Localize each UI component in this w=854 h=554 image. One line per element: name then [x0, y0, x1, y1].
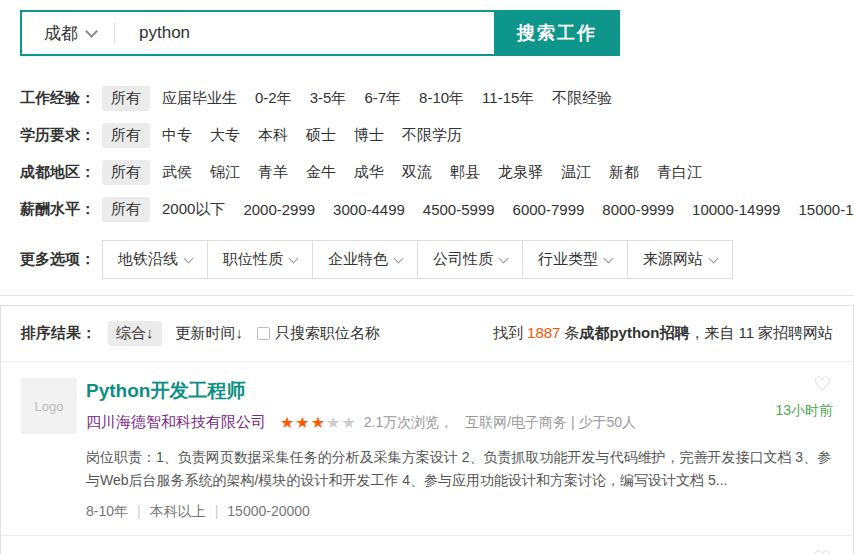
filter-option[interactable]: 青白江 — [657, 163, 702, 182]
dropdown-job-type[interactable]: 职位性质 — [207, 241, 312, 278]
filter-option[interactable]: 武侯 — [162, 163, 192, 182]
stars-empty: ★★ — [326, 414, 357, 431]
filter-option[interactable]: 大专 — [210, 126, 240, 145]
filter-option[interactable]: 成华 — [354, 163, 384, 182]
filter-option[interactable]: 3000-4499 — [333, 201, 405, 218]
filter-option[interactable]: 温江 — [561, 163, 591, 182]
city-select-dropdown[interactable]: 成都 — [22, 12, 114, 54]
filter-option[interactable]: 8000-9999 — [602, 201, 674, 218]
more-options-row: 更多选项： 地铁沿线 职位性质 企业特色 公司性质 行业类型 来源网站 — [20, 240, 854, 279]
city-select-value: 成都 — [44, 22, 78, 45]
filter-option[interactable]: 郫县 — [450, 163, 480, 182]
filter-option[interactable]: 2000以下 — [162, 200, 225, 219]
chevron-down-icon — [289, 253, 299, 263]
filter-option[interactable]: 6-7年 — [364, 89, 401, 108]
filter-option[interactable]: 0-2年 — [255, 89, 292, 108]
filter-option[interactable]: 青羊 — [258, 163, 288, 182]
result-keyword: 成都python招聘 — [579, 324, 689, 341]
requirement-education: 本科以上 — [128, 503, 206, 519]
filter-option[interactable]: 不限经验 — [552, 89, 612, 108]
search-button[interactable]: 搜索工作 — [494, 10, 620, 56]
filter-option[interactable]: 10000-14999 — [692, 201, 780, 218]
filter-label: 工作经验： — [20, 89, 102, 108]
title-only-filter[interactable]: 只搜索职位名称 — [257, 324, 380, 343]
dropdown-label: 地铁沿线 — [118, 250, 178, 269]
filter-option[interactable]: 8-10年 — [419, 89, 464, 108]
filter-option[interactable]: 11-15年 — [482, 89, 534, 108]
filter-option[interactable]: 龙泉驿 — [498, 163, 543, 182]
job-body: Python开发工程师 四川海德智和科技有限公司 ★★★★★ 2.1万次浏览， … — [86, 378, 833, 521]
dropdown-label: 公司性质 — [433, 250, 493, 269]
filter-option[interactable]: 不限学历 — [402, 126, 462, 145]
chevron-down-icon — [85, 25, 98, 38]
filter-option[interactable]: 双流 — [402, 163, 432, 182]
filter-option-selected[interactable]: 所有 — [102, 86, 150, 111]
filter-option[interactable]: 3-5年 — [310, 89, 347, 108]
filter-row-district: 成都地区： 所有 武侯 锦江 青羊 金牛 成华 双流 郫县 龙泉驿 温江 新都 … — [20, 160, 854, 185]
filter-option-selected[interactable]: 所有 — [102, 197, 150, 222]
dropdown-company-nature[interactable]: 公司性质 — [417, 241, 522, 278]
sort-bar: 排序结果： 综合↓ 更新时间↓ 只搜索职位名称 找到1887条成都python招… — [1, 306, 853, 362]
dropdown-subway[interactable]: 地铁沿线 — [103, 241, 207, 278]
filter-option[interactable]: 新都 — [609, 163, 639, 182]
filter-option[interactable]: 应届毕业生 — [162, 89, 237, 108]
chevron-down-icon — [499, 253, 509, 263]
company-link[interactable]: 四川海德智和科技有限公司 — [86, 413, 266, 432]
job-requirements: 8-10年本科以上15000-20000 — [86, 503, 833, 521]
filter-row-education: 学历要求： 所有 中专 大专 本科 硕士 博士 不限学历 — [20, 123, 854, 148]
search-input-group: 成都 — [20, 10, 494, 56]
search-input[interactable] — [115, 12, 494, 54]
section-divider — [0, 295, 854, 296]
chevron-down-icon — [394, 253, 404, 263]
filter-row-experience: 工作经验： 所有 应届毕业生 0-2年 3-5年 6-7年 8-10年 11-1… — [20, 86, 854, 111]
filter-option[interactable]: 6000-7999 — [513, 201, 585, 218]
summary-text: 条 — [564, 324, 579, 341]
search-bar: 成都 搜索工作 — [20, 10, 620, 56]
dropdown-label: 来源网站 — [643, 250, 703, 269]
summary-text: 找到 — [493, 324, 523, 341]
sort-label: 排序结果： — [21, 324, 96, 343]
filter-label: 成都地区： — [20, 163, 102, 182]
summary-text: 家招聘网站 — [758, 324, 833, 341]
filter-option-selected[interactable]: 所有 — [102, 123, 150, 148]
job-card: BBD 中级Python工程师 成都数联铭品科技有限公司 ★★★★★ 1.8万次… — [1, 535, 853, 554]
filter-option-selected[interactable]: 所有 — [102, 160, 150, 185]
checkbox-label: 只搜索职位名称 — [275, 324, 380, 343]
company-logo-placeholder: Logo — [21, 378, 77, 434]
dropdown-label: 行业类型 — [538, 250, 598, 269]
job-title-link[interactable]: Python开发工程师 — [86, 378, 245, 404]
dropdown-label: 企业特色 — [328, 250, 388, 269]
sort-by-time-button[interactable]: 更新时间↓ — [176, 324, 244, 343]
chevron-down-icon — [709, 253, 719, 263]
star-rating: ★★★★★ — [280, 413, 357, 432]
logo-text: Logo — [35, 399, 64, 414]
filter-option[interactable]: 15000-19999 — [798, 201, 854, 218]
filter-option[interactable]: 金牛 — [306, 163, 336, 182]
favorite-heart-icon[interactable]: ♡ — [813, 374, 831, 394]
filter-option[interactable]: 2000-2999 — [243, 201, 315, 218]
job-meta-row: 四川海德智和科技有限公司 ★★★★★ 2.1万次浏览， 互联网/电子商务 | 少… — [86, 413, 833, 432]
filter-label: 薪酬水平： — [20, 200, 102, 219]
chevron-down-icon — [184, 253, 194, 263]
filter-row-salary: 薪酬水平： 所有 2000以下 2000-2999 3000-4499 4500… — [20, 197, 854, 222]
filter-option[interactable]: 锦江 — [210, 163, 240, 182]
sort-comprehensive-button[interactable]: 综合↓ — [108, 321, 162, 346]
filter-panel: 工作经验： 所有 应届毕业生 0-2年 3-5年 6-7年 8-10年 11-1… — [20, 86, 854, 222]
chevron-down-icon — [604, 253, 614, 263]
filter-option[interactable]: 本科 — [258, 126, 288, 145]
filter-option[interactable]: 中专 — [162, 126, 192, 145]
favorite-heart-icon[interactable]: ♡ — [813, 548, 831, 554]
dropdown-source-site[interactable]: 来源网站 — [627, 241, 732, 278]
job-description: 岗位职责：1、负责网页数据采集任务的分析及采集方案设计 2、负责抓取功能开发与代… — [86, 446, 833, 492]
dropdown-company-feature[interactable]: 企业特色 — [312, 241, 417, 278]
requirement-salary: 15000-20000 — [206, 503, 310, 519]
dropdown-label: 职位性质 — [223, 250, 283, 269]
dropdown-industry[interactable]: 行业类型 — [522, 241, 627, 278]
summary-text: ，来自 — [689, 324, 734, 341]
stars-filled: ★★★ — [280, 414, 326, 431]
filter-option[interactable]: 博士 — [354, 126, 384, 145]
requirement-experience: 8-10年 — [86, 503, 128, 519]
title-only-checkbox[interactable] — [257, 327, 270, 340]
filter-option[interactable]: 4500-5999 — [423, 201, 495, 218]
filter-option[interactable]: 硕士 — [306, 126, 336, 145]
